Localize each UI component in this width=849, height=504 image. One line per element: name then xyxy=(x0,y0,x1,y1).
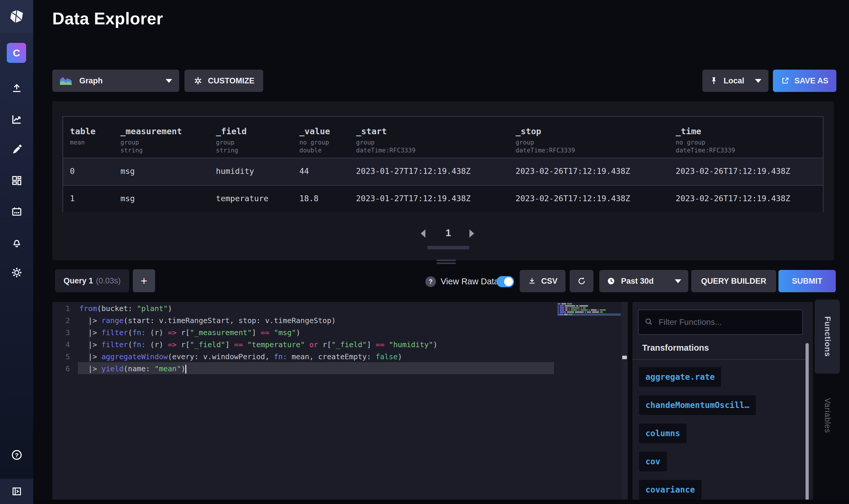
export-icon xyxy=(781,76,790,85)
sidebar-item-load-data[interactable] xyxy=(0,76,33,100)
function-chip[interactable]: covariance xyxy=(639,480,702,500)
column-meta: no group xyxy=(299,139,329,147)
column-header: _value xyxy=(299,126,330,136)
query-tab[interactable]: Query 1 (0.03s) xyxy=(55,269,129,292)
cell: 0 xyxy=(70,166,75,176)
function-chip[interactable]: cov xyxy=(639,452,667,471)
dashboards-icon xyxy=(11,175,23,186)
sidebar-item-alerts[interactable] xyxy=(0,231,33,254)
column-meta: double xyxy=(299,147,322,155)
data-explorer-screen: C xyxy=(0,0,849,504)
sidebar-item-dashboards[interactable] xyxy=(0,169,33,192)
toggle-knob xyxy=(504,277,513,286)
page-indicator xyxy=(428,246,469,249)
calendar-icon xyxy=(11,206,23,218)
sidebar-item-help[interactable]: ? xyxy=(0,443,33,467)
raw-data-table: table _measurement _field _value _start … xyxy=(62,116,824,212)
cell: 2023-01-27T17:12:19.438Z xyxy=(356,194,471,203)
editor-scrollbar[interactable] xyxy=(621,302,628,500)
influxdb-logo xyxy=(0,0,33,33)
upload-icon xyxy=(11,82,23,94)
editor-minimap[interactable] xyxy=(558,303,621,316)
panel-resize-handle[interactable] xyxy=(436,263,456,264)
divider xyxy=(632,359,809,360)
function-chip[interactable]: chandeMomentumOscill… xyxy=(639,395,756,415)
area-chart-icon xyxy=(59,75,72,86)
cell: 2023-02-26T17:12:19.438Z xyxy=(516,194,630,203)
code-line: |> yield(name: "mean") xyxy=(79,363,186,375)
function-chip[interactable]: columns xyxy=(639,424,687,443)
sidebar-collapse[interactable] xyxy=(0,479,33,504)
editor-scrollbar-handle[interactable] xyxy=(622,356,627,359)
flux-code-editor[interactable]: 1 2 3 4 5 6 from(bucket: "plant") |> ran… xyxy=(52,302,628,500)
functions-panel: Transformations aggregate.rate chandeMom… xyxy=(632,302,813,500)
add-query-button[interactable]: + xyxy=(133,269,155,292)
panel-resize-handle[interactable] xyxy=(436,259,456,261)
raw-data-help-icon[interactable]: ? xyxy=(426,276,436,287)
view-raw-data-toggle[interactable] xyxy=(496,276,514,287)
column-header: _time xyxy=(676,126,701,136)
raw-data-panel: table _measurement _field _value _start … xyxy=(52,101,834,260)
column-meta: string xyxy=(216,147,238,155)
svg-text:?: ? xyxy=(15,452,18,458)
column-meta: no group xyxy=(676,139,705,147)
column-meta: group xyxy=(516,139,534,147)
cell: 18.8 xyxy=(299,194,319,203)
scope-label: Local xyxy=(724,76,744,86)
csv-download-button[interactable]: CSV xyxy=(520,270,565,292)
cell: msg xyxy=(121,194,135,203)
category-heading: Transformations xyxy=(642,343,709,353)
plus-icon: + xyxy=(141,275,147,287)
view-type-label: Graph xyxy=(79,76,103,86)
csv-label: CSV xyxy=(541,277,558,286)
refresh-icon xyxy=(577,276,586,286)
table-header: table _measurement _field _value _start … xyxy=(63,117,823,158)
refresh-button[interactable] xyxy=(570,270,593,292)
save-as-label: SAVE AS xyxy=(794,76,828,86)
sidebar-item-notebooks[interactable] xyxy=(0,138,33,162)
column-meta: dateTime:RFC3339 xyxy=(516,147,575,155)
line-number: 4 xyxy=(52,339,70,351)
bell-icon xyxy=(11,236,23,248)
query-tab-label: Query 1 xyxy=(64,276,93,286)
functions-scrollbar[interactable] xyxy=(806,343,809,502)
org-avatar[interactable]: C xyxy=(7,43,26,63)
sidebar: C xyxy=(0,0,33,504)
submit-button[interactable]: SUBMIT xyxy=(778,270,836,292)
query-builder-button[interactable]: QUERY BUILDER xyxy=(691,270,776,292)
pin-icon xyxy=(709,76,718,86)
view-type-dropdown[interactable]: Graph xyxy=(52,70,179,92)
chevron-down-icon xyxy=(166,79,172,83)
pencil-icon xyxy=(11,144,23,156)
save-as-button[interactable]: SAVE AS xyxy=(773,70,836,92)
column-meta: group xyxy=(356,139,375,147)
filter-functions-search[interactable] xyxy=(638,310,803,335)
help-icon: ? xyxy=(11,449,23,461)
org-avatar-letter: C xyxy=(13,47,20,59)
cell: 2023-02-26T17:12:19.438Z xyxy=(676,166,790,176)
cell: temperature xyxy=(216,194,269,203)
line-number: 3 xyxy=(52,327,70,339)
search-input[interactable] xyxy=(658,317,802,327)
time-range-dropdown[interactable]: Past 30d xyxy=(599,270,688,292)
column-header: _stop xyxy=(516,126,541,136)
code-line: from(bucket: "plant") xyxy=(79,303,172,314)
sidebar-item-data-explorer[interactable] xyxy=(0,108,33,131)
customize-button[interactable]: CUSTOMIZE xyxy=(184,70,263,92)
tab-functions[interactable]: Functions xyxy=(815,300,840,374)
prev-page-button[interactable] xyxy=(421,229,426,238)
chevron-down-icon xyxy=(755,79,761,83)
submit-label: SUBMIT xyxy=(792,277,823,286)
column-meta: string xyxy=(121,147,143,155)
gear-icon xyxy=(11,267,23,278)
tab-variables[interactable]: Variables xyxy=(815,379,840,452)
column-header: _measurement xyxy=(121,126,182,136)
cell: 1 xyxy=(70,194,75,203)
download-icon xyxy=(528,277,537,286)
sidebar-item-settings[interactable] xyxy=(0,261,33,284)
column-header: table xyxy=(70,126,95,136)
function-chip[interactable]: aggregate.rate xyxy=(639,367,721,387)
scope-dropdown[interactable]: Local xyxy=(702,70,769,92)
next-page-button[interactable] xyxy=(469,229,474,238)
sidebar-item-tasks[interactable] xyxy=(0,200,33,223)
